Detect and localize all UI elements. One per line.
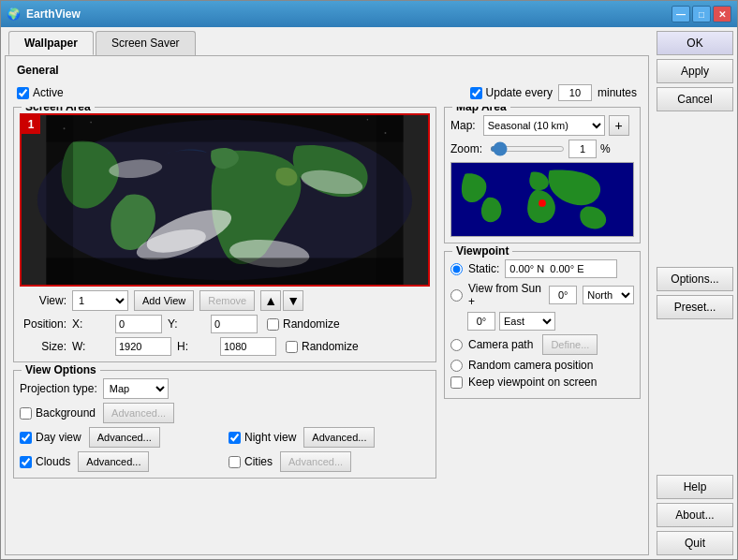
clouds-checkbox[interactable] [20, 456, 32, 468]
clouds-row: Clouds Advanced... [20, 451, 221, 472]
zoom-label: Zoom: [450, 142, 482, 155]
night-view-row: Night view Advanced... [229, 427, 430, 448]
background-label[interactable]: Background [20, 406, 96, 420]
day-view-row: Day view Advanced... [20, 427, 221, 448]
cities-checkbox[interactable] [229, 456, 241, 468]
advanced-night-button[interactable]: Advanced... [303, 427, 375, 448]
about-button[interactable]: About... [657, 503, 733, 527]
random-label: Random camera position [468, 359, 593, 372]
view-from-sun-section: View from Sun + North South [450, 282, 634, 331]
static-row: Static: [450, 259, 634, 278]
quit-button[interactable]: Quit [657, 531, 733, 555]
keep-viewpoint-row: Keep viewpoint on screen [450, 376, 634, 389]
camera-path-radio[interactable] [450, 339, 463, 351]
nav-down-button[interactable]: ▼ [283, 290, 303, 311]
map-plus-button[interactable]: + [609, 115, 629, 136]
close-button[interactable]: ✕ [713, 6, 731, 22]
tab-screensaver[interactable]: Screen Saver [96, 31, 196, 55]
tab-bar: Wallpaper Screen Saver [5, 31, 649, 55]
y-input[interactable] [211, 315, 258, 333]
day-view-checkbox[interactable] [20, 432, 32, 444]
randomize-pos-checkbox[interactable] [267, 318, 279, 331]
spacer1 [657, 115, 733, 263]
view-sun-radio[interactable] [450, 289, 463, 302]
static-radio[interactable] [450, 263, 463, 275]
add-view-button[interactable]: Add View [134, 290, 194, 311]
screen-badge: 1 [22, 115, 40, 134]
map-row: Map: Seasonal (10 km) + [450, 115, 634, 136]
apply-button[interactable]: Apply [657, 59, 733, 83]
night-view-checkbox[interactable] [229, 432, 241, 444]
advanced-cities-button[interactable]: Advanced... [280, 451, 351, 472]
night-view-label[interactable]: Night view [229, 431, 296, 444]
north-select[interactable]: North South [583, 286, 634, 304]
view-row: View: 1 Add View Remove ▲ ▼ [20, 290, 430, 311]
sun-degree-input[interactable] [549, 286, 577, 304]
zoom-input[interactable] [568, 140, 597, 158]
tab-wallpaper[interactable]: Wallpaper [8, 31, 94, 55]
cancel-button[interactable]: Cancel [657, 87, 733, 111]
update-row: Update every minutes [470, 84, 637, 101]
app-title: EarthView [26, 7, 81, 21]
options-button[interactable]: Options... [657, 267, 733, 291]
active-checkbox[interactable] [17, 87, 29, 99]
map-select[interactable]: Seasonal (10 km) [483, 115, 605, 136]
screen-preview: 1 [20, 113, 430, 287]
h-label: H: [177, 340, 214, 353]
remove-button[interactable]: Remove [199, 290, 255, 311]
cities-label[interactable]: Cities [229, 455, 273, 468]
svg-rect-11 [46, 115, 403, 142]
randomize-pos-label[interactable]: Randomize [267, 317, 340, 331]
map-label: Map: [450, 119, 476, 132]
general-section: General [13, 62, 641, 82]
size-label: Size: [20, 340, 66, 353]
screen-area-group: Screen Area 1 [13, 107, 436, 362]
advanced-clouds-button[interactable]: Advanced... [78, 451, 149, 472]
update-checkbox-label[interactable]: Update every [470, 86, 553, 99]
clouds-label[interactable]: Clouds [20, 455, 70, 468]
static-input[interactable] [505, 259, 617, 278]
minimize-button[interactable]: — [672, 6, 690, 22]
preset-button[interactable]: Preset... [657, 295, 733, 319]
update-value-input[interactable] [558, 84, 592, 101]
w-input[interactable] [115, 337, 171, 356]
view-select[interactable]: 1 [72, 290, 128, 311]
random-camera-row: Random camera position [450, 359, 634, 372]
background-checkbox[interactable] [20, 407, 32, 420]
viewpoint-title: Viewpoint [452, 244, 512, 258]
position-row: Position: X: Y: Randomize [20, 315, 430, 333]
day-view-label[interactable]: Day view [20, 431, 81, 444]
h-input[interactable] [220, 337, 276, 356]
ok-button[interactable]: OK [657, 31, 733, 55]
update-checkbox[interactable] [470, 87, 482, 99]
cities-row: Cities Advanced... [229, 451, 430, 472]
random-camera-radio[interactable] [450, 360, 463, 372]
svg-rect-13 [46, 115, 73, 285]
titlebar-buttons: — □ ✕ [672, 6, 731, 22]
active-checkbox-label[interactable]: Active [17, 86, 64, 99]
advanced-day-button[interactable]: Advanced... [89, 427, 160, 448]
projection-select[interactable]: Map [103, 378, 169, 399]
view-options-grid: Background Advanced... [20, 403, 430, 472]
help-button[interactable]: Help [657, 475, 733, 499]
map-area-title: Map Area [452, 107, 510, 113]
left-column: Screen Area 1 [13, 107, 436, 549]
map-area-group: Map Area Map: Seasonal (10 km) + Zoom: [444, 107, 641, 243]
x-input[interactable] [115, 315, 162, 333]
nav-up-button[interactable]: ▲ [260, 290, 281, 311]
zoom-slider[interactable] [490, 146, 565, 152]
titlebar-left: 🌍 EarthView [7, 7, 81, 21]
randomize-size-label[interactable]: Randomize [286, 340, 359, 353]
x-label: X: [72, 317, 110, 331]
maximize-button[interactable]: □ [692, 6, 711, 22]
size-row: Size: W: H: Randomize [20, 337, 430, 356]
keep-viewpoint-checkbox[interactable] [450, 376, 463, 389]
advanced-bg-button[interactable]: Advanced... [103, 403, 174, 423]
bottom-buttons: Help About... Quit [657, 475, 733, 555]
randomize-size-checkbox[interactable] [286, 341, 298, 353]
sun-degree2-input[interactable] [467, 312, 495, 331]
spacer2 [657, 323, 733, 471]
east-select[interactable]: East West [499, 312, 555, 331]
right-column: Map Area Map: Seasonal (10 km) + Zoom: [444, 107, 641, 549]
define-button[interactable]: Define... [542, 334, 598, 355]
